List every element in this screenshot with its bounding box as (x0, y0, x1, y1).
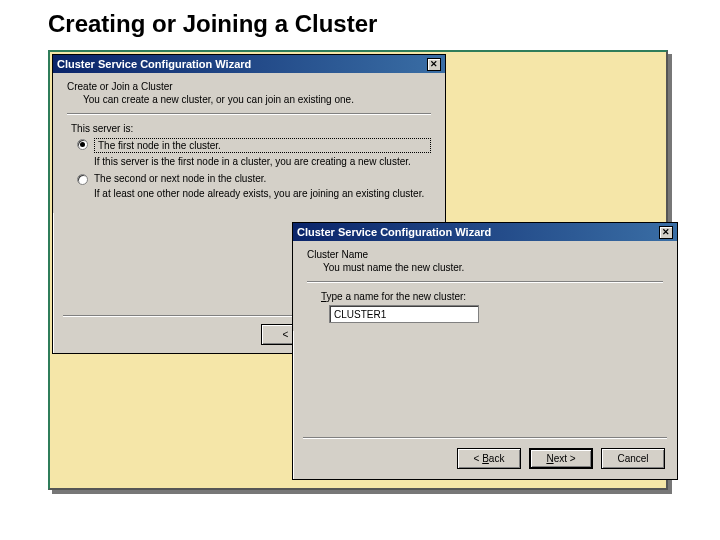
radio-next-node[interactable]: The second or next node in the cluster. (77, 173, 431, 185)
radio-label: The first node in the cluster. (94, 138, 431, 153)
close-button[interactable]: ✕ (659, 226, 673, 239)
radio-icon (77, 174, 88, 185)
cluster-name-field[interactable] (329, 305, 479, 323)
back-button[interactable]: < Back (457, 448, 521, 469)
cancel-button[interactable]: Cancel (601, 448, 665, 469)
dialog-content: Create or Join a Cluster You can create … (53, 73, 445, 213)
divider (307, 281, 663, 283)
titlebar: Cluster Service Configuration Wizard ✕ (293, 223, 677, 241)
dialog-cluster-name: Cluster Service Configuration Wizard ✕ C… (292, 222, 678, 480)
content-subheading: You can create a new cluster, or you can… (67, 94, 431, 105)
content-heading: Create or Join a Cluster (67, 81, 431, 92)
radio-first-node[interactable]: The first node in the cluster. (77, 138, 431, 153)
input-label-text: ype a name for the new cluster: (327, 291, 467, 302)
dialog-content: Cluster Name You must name the new clust… (293, 241, 677, 331)
slide-title: Creating or Joining a Cluster (0, 0, 720, 38)
titlebar: Cluster Service Configuration Wizard ✕ (53, 55, 445, 73)
close-icon: ✕ (662, 227, 670, 237)
dialog-title: Cluster Service Configuration Wizard (57, 58, 251, 70)
radio-icon (77, 139, 88, 150)
content-heading: Cluster Name (307, 249, 663, 260)
dialog-title: Cluster Service Configuration Wizard (297, 226, 491, 238)
radio-help-next: If at least one other node already exist… (94, 188, 431, 199)
input-label: Type a name for the new cluster: (321, 291, 663, 302)
radio-label: The second or next node in the cluster. (94, 173, 431, 184)
radio-help-first: If this server is the first node in a cl… (94, 156, 431, 167)
button-row: < Back Next > Cancel (457, 448, 665, 469)
close-button[interactable]: ✕ (427, 58, 441, 71)
next-button[interactable]: Next > (529, 448, 593, 469)
divider (67, 113, 431, 115)
section-label: This server is: (71, 123, 431, 134)
content-subheading: You must name the new cluster. (307, 262, 663, 273)
divider-bottom (303, 437, 667, 439)
close-icon: ✕ (430, 59, 438, 69)
